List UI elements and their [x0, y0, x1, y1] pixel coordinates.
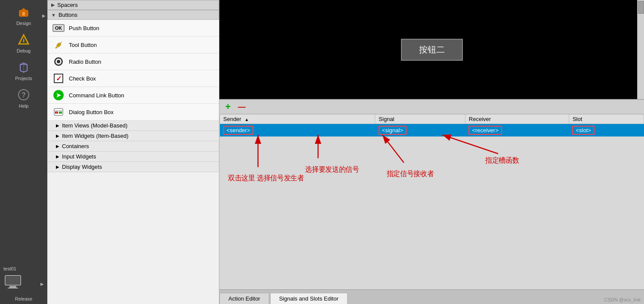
item-widgets-section[interactable]: ▶ Item Widgets (Item-Based) — [47, 131, 219, 141]
sidebar-debug-label: Debug — [17, 48, 31, 53]
main-content: ▶ Spacers ▼ Buttons OK Push Button — [47, 0, 644, 304]
signal-cell[interactable]: <signal> — [375, 124, 465, 137]
receiver-column-header[interactable]: Receiver — [465, 115, 569, 124]
containers-section[interactable]: ▶ Containers — [47, 141, 219, 152]
svg-text:选择要发送的信号: 选择要发送的信号 — [305, 165, 359, 173]
sidebar-item-design[interactable]: Design ▶ — [0, 2, 47, 29]
svg-text:指定信号接收者: 指定信号接收者 — [386, 170, 434, 177]
tab-signals-slots-editor[interactable]: Signals and Slots Editor — [270, 293, 348, 304]
design-icon — [17, 5, 31, 19]
svg-rect-2 — [22, 12, 25, 16]
svg-line-25 — [382, 135, 404, 163]
tool-button-item[interactable]: Tool Button — [47, 37, 219, 53]
bottom-bar: Action Editor Signals and Slots Editor C… — [219, 289, 644, 304]
signals-toolbar: + — — [219, 100, 644, 114]
computer-arrow-icon: ▶ — [40, 282, 44, 286]
push-button-item[interactable]: OK Push Button — [47, 20, 219, 37]
display-widgets-arrow-icon: ▶ — [56, 164, 59, 169]
help-icon: ? — [17, 88, 31, 102]
svg-marker-1 — [21, 8, 26, 10]
svg-text:双击这里 选择信号发生者: 双击这里 选择信号发生者 — [228, 174, 304, 182]
signal-tag: <signal> — [379, 126, 407, 135]
sidebar-help-label: Help — [19, 103, 29, 109]
sidebar-bottom: test01 ▶ Release — [0, 264, 47, 304]
remove-connection-button[interactable]: — — [236, 102, 248, 112]
containers-label: Containers — [62, 143, 89, 149]
slot-tag: <slot> — [572, 126, 594, 135]
command-link-item[interactable]: ➤ Command Link Button — [47, 87, 219, 104]
sender-cell[interactable]: <sender> — [220, 124, 375, 137]
check-box-item[interactable]: ✓ Check Box — [47, 70, 219, 87]
computer-icon — [3, 275, 22, 293]
dialog-button-box-icon: ✗ ✓ — [52, 106, 65, 118]
sidebar-release-label: Release — [0, 295, 47, 304]
signal-column-header[interactable]: Signal — [375, 115, 465, 124]
buttons-section-header[interactable]: ▼ Buttons — [47, 10, 219, 20]
bottom-tabs: Action Editor Signals and Slots Editor C… — [219, 289, 644, 304]
spacers-section-header[interactable]: ▶ Spacers — [47, 0, 219, 10]
tool-button-icon — [52, 39, 65, 51]
canvas-area: 按钮二 — [219, 0, 644, 99]
slot-cell[interactable]: <slot> — [569, 124, 644, 137]
display-widgets-label: Display Widgets — [62, 164, 102, 170]
item-views-section[interactable]: ▶ Item Views (Model-Based) — [47, 121, 219, 131]
spacers-arrow-icon: ▶ — [51, 2, 55, 8]
receiver-cell[interactable]: <receiver> — [465, 124, 569, 137]
containers-arrow-icon: ▶ — [56, 144, 59, 149]
radio-button-icon — [52, 56, 65, 68]
svg-line-27 — [442, 135, 498, 154]
check-box-icon: ✓ — [52, 72, 65, 84]
check-box-label: Check Box — [69, 75, 96, 82]
spacers-label: Spacers — [57, 2, 78, 8]
slot-column-header[interactable]: Slot — [569, 115, 644, 124]
item-widgets-label: Item Widgets (Item-Based) — [62, 133, 129, 139]
dialog-button-box-label: Dialog Button Box — [69, 109, 114, 115]
svg-text:✓: ✓ — [60, 112, 62, 114]
canvas-button[interactable]: 按钮二 — [401, 39, 463, 61]
buttons-arrow-icon: ▼ — [51, 12, 56, 18]
canvas-scrollbar[interactable] — [637, 0, 644, 99]
buttons-label: Buttons — [59, 12, 77, 18]
sidebar-test-label: test01 — [0, 264, 47, 272]
input-widgets-section[interactable]: ▶ Input Widgets — [47, 152, 219, 162]
signals-row[interactable]: <sender> <signal> <receiver> <slot> — [220, 124, 644, 137]
right-panel: 按钮二 + — Sender ▲ — [219, 0, 644, 304]
projects-icon — [17, 60, 31, 74]
command-link-label: Command Link Button — [69, 92, 124, 99]
sender-column-header[interactable]: Sender ▲ — [220, 115, 375, 124]
sidebar-projects-label: Projects — [15, 76, 32, 81]
input-widgets-label: Input Widgets — [62, 153, 96, 160]
svg-text:✗: ✗ — [56, 112, 58, 114]
item-views-arrow-icon: ▶ — [56, 123, 59, 128]
sidebar-item-help[interactable]: ? Help — [0, 84, 47, 112]
dialog-button-box-item[interactable]: ✗ ✓ Dialog Button Box — [47, 104, 219, 121]
item-views-label: Item Views (Model-Based) — [62, 122, 127, 129]
display-widgets-section[interactable]: ▶ Display Widgets — [47, 162, 219, 172]
debug-icon — [17, 33, 31, 47]
command-link-icon: ➤ — [52, 89, 65, 101]
push-button-icon: OK — [52, 22, 65, 34]
tab-action-editor[interactable]: Action Editor — [219, 293, 269, 304]
sidebar-item-debug[interactable]: Debug — [0, 29, 47, 57]
sidebar-computer-item[interactable]: ▶ — [0, 272, 47, 295]
radio-button-item[interactable]: Radio Button — [47, 53, 219, 70]
receiver-tag: <receiver> — [468, 126, 502, 135]
left-sidebar: Design ▶ Debug Projects ? — [0, 0, 47, 304]
sidebar-item-projects[interactable]: Projects — [0, 57, 47, 84]
radio-button-label: Radio Button — [69, 59, 101, 65]
scrollbar-thumb — [638, 1, 644, 14]
signals-panel: + — Sender ▲ Signal — [219, 99, 644, 289]
item-widgets-arrow-icon: ▶ — [56, 133, 59, 138]
sender-sort-icon: ▲ — [245, 117, 249, 122]
signals-table: Sender ▲ Signal Receiver Slot — [219, 114, 644, 136]
sidebar-design-label: Design — [16, 21, 31, 26]
top-area: ▶ Spacers ▼ Buttons OK Push Button — [47, 0, 644, 304]
tool-button-label: Tool Button — [69, 42, 97, 48]
sender-tag: <sender> — [223, 126, 254, 135]
widget-panel: ▶ Spacers ▼ Buttons OK Push Button — [47, 0, 219, 304]
svg-rect-12 — [9, 286, 16, 288]
add-connection-button[interactable]: + — [222, 102, 234, 112]
svg-text:?: ? — [22, 91, 26, 99]
svg-text:指定槽函数: 指定槽函数 — [485, 156, 519, 164]
sidebar-design-arrow: ▶ — [42, 13, 46, 18]
